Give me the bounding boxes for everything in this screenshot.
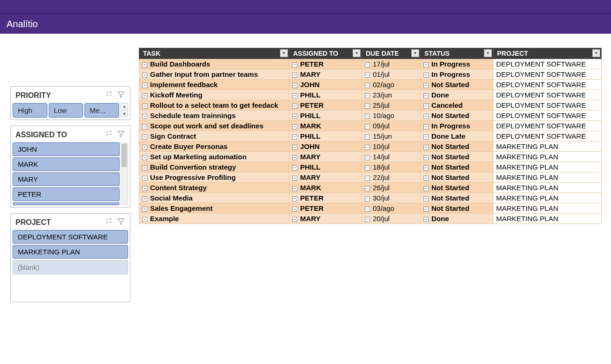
clear-filter-icon[interactable] [117, 217, 125, 227]
collapse-icon[interactable]: − [365, 165, 370, 171]
cell-project[interactable]: MARKETING PLAN [493, 203, 602, 214]
collapse-icon[interactable]: − [292, 104, 297, 109]
collapse-icon[interactable]: − [142, 145, 147, 150]
assigned-option-john[interactable]: JOHN [13, 142, 120, 156]
cell-task[interactable]: −Build Dashboards [139, 59, 289, 69]
collapse-icon[interactable]: − [423, 207, 429, 212]
cell-project[interactable]: DEPLOYMENT SOFTWARE [493, 131, 602, 141]
collapse-icon[interactable]: − [292, 176, 297, 181]
project-option-blank[interactable]: (blank) [13, 260, 128, 275]
collapse-icon[interactable]: − [423, 155, 429, 160]
collapse-icon[interactable]: − [423, 145, 429, 150]
cell-project[interactable]: MARKETING PLAN [493, 183, 602, 193]
collapse-icon[interactable]: − [292, 145, 297, 150]
cell-due[interactable]: −20/jul [362, 214, 421, 224]
cell-assigned[interactable]: −PETER [289, 59, 362, 69]
col-header-due[interactable]: DUE DATE▼ [362, 48, 421, 59]
table-row[interactable]: −Set up Marketing automation−MARY−14/jul… [139, 152, 602, 162]
cell-assigned[interactable]: −JOHN [289, 141, 362, 152]
cell-status[interactable]: −Not Started [421, 183, 493, 193]
collapse-icon[interactable]: − [292, 186, 297, 191]
cell-task[interactable]: −Implement feedback [139, 80, 289, 90]
collapse-icon[interactable]: − [292, 155, 297, 160]
table-row[interactable]: −Implement feedback−JOHN−02/ago−Not Star… [139, 80, 602, 90]
collapse-icon[interactable]: − [142, 83, 147, 88]
cell-project[interactable]: DEPLOYMENT SOFTWARE [493, 90, 602, 100]
cell-due[interactable]: −17/jul [362, 59, 421, 69]
filter-dropdown-icon[interactable]: ▼ [484, 49, 492, 57]
cell-assigned[interactable]: −PETER [289, 193, 362, 203]
collapse-icon[interactable]: − [365, 155, 370, 160]
cell-task[interactable]: −Kickoff Meeting [139, 90, 289, 100]
cell-assigned[interactable]: −PETER [289, 100, 362, 111]
cell-task[interactable]: −Gather Input from partner teams [139, 69, 289, 80]
cell-task[interactable]: −Schedule team trainnings [139, 111, 289, 121]
cell-project[interactable]: DEPLOYMENT SOFTWARE [493, 100, 602, 111]
table-row[interactable]: −Social Media−PETER−30/jul−Not StartedMA… [139, 193, 602, 203]
clear-filter-icon[interactable] [117, 130, 125, 140]
collapse-icon[interactable]: − [423, 196, 429, 201]
table-row[interactable]: −Use Progressive Profiling−MARY−22/jul−N… [139, 172, 602, 183]
multiselect-icon[interactable] [105, 90, 113, 100]
cell-due[interactable]: −22/jul [362, 172, 421, 183]
cell-project[interactable]: DEPLOYMENT SOFTWARE [493, 80, 602, 90]
assigned-option-mary[interactable]: MARY [13, 172, 120, 186]
collapse-icon[interactable]: − [142, 104, 147, 109]
cell-due[interactable]: −09/jul [362, 121, 421, 131]
cell-task[interactable]: −Build Convertion strategy [139, 162, 289, 172]
collapse-icon[interactable]: − [365, 114, 370, 119]
cell-assigned[interactable]: −PHILL [289, 162, 362, 172]
filter-dropdown-icon[interactable]: ▼ [411, 49, 419, 57]
cell-due[interactable]: −15/jun [362, 131, 421, 141]
cell-task[interactable]: −Rollout to a select team to get feedack [139, 100, 289, 111]
col-header-project[interactable]: PROJECT▼ [493, 48, 602, 59]
cell-project[interactable]: DEPLOYMENT SOFTWARE [493, 59, 602, 69]
assigned-option-peter[interactable]: PETER [13, 187, 120, 201]
collapse-icon[interactable]: − [292, 83, 297, 88]
assigned-option-phill[interactable]: PHILL [13, 202, 120, 205]
cell-project[interactable]: DEPLOYMENT SOFTWARE [493, 69, 602, 80]
multiselect-icon[interactable] [105, 130, 113, 140]
collapse-icon[interactable]: − [142, 196, 147, 201]
table-row[interactable]: −Sign Contract−PHILL−15/jun−Done LateDEP… [139, 131, 602, 141]
cell-task[interactable]: −Set up Marketing automation [139, 152, 289, 162]
collapse-icon[interactable]: − [142, 165, 147, 171]
filter-dropdown-icon[interactable]: ▼ [280, 49, 288, 57]
cell-due[interactable]: −26/jul [362, 183, 421, 193]
cell-due[interactable]: −02/ago [362, 80, 421, 90]
cell-project[interactable]: MARKETING PLAN [493, 152, 602, 162]
cell-status[interactable]: −Not Started [421, 80, 493, 90]
collapse-icon[interactable]: − [423, 62, 429, 67]
cell-status[interactable]: −Done [421, 214, 493, 224]
cell-assigned[interactable]: −MARY [289, 172, 362, 183]
collapse-icon[interactable]: − [365, 196, 370, 201]
collapse-icon[interactable]: − [292, 134, 297, 140]
table-row[interactable]: −Gather Input from partner teams−MARY−01… [139, 69, 602, 80]
collapse-icon[interactable]: − [142, 134, 147, 140]
cell-assigned[interactable]: −JOHN [289, 80, 362, 90]
project-option-marketing[interactable]: MARKETING PLAN [13, 245, 128, 259]
cell-status[interactable]: −Not Started [421, 152, 493, 162]
cell-assigned[interactable]: −MARK [289, 183, 362, 193]
collapse-icon[interactable]: − [292, 93, 297, 98]
cell-status[interactable]: −In Progress [421, 121, 493, 131]
cell-task[interactable]: −Social Media [139, 193, 289, 203]
cell-task[interactable]: −Scope out work and set deadlines [139, 121, 289, 131]
cell-task[interactable]: −Sales Engagement [139, 203, 289, 214]
cell-due[interactable]: −30/jul [362, 193, 421, 203]
collapse-icon[interactable]: − [292, 196, 297, 201]
table-row[interactable]: −Example−MARY−20/jul−DoneMARKETING PLAN [139, 214, 602, 224]
collapse-icon[interactable]: − [423, 217, 429, 222]
collapse-icon[interactable]: − [423, 134, 429, 140]
table-row[interactable]: −Build Convertion strategy−PHILL−18/jul−… [139, 162, 602, 172]
cell-project[interactable]: MARKETING PLAN [493, 214, 602, 224]
table-row[interactable]: −Sales Engagement−PETER−03/ago−Not Start… [139, 203, 602, 214]
collapse-icon[interactable]: − [423, 73, 429, 78]
cell-status[interactable]: −Not Started [421, 162, 493, 172]
collapse-icon[interactable]: − [142, 217, 147, 222]
cell-task[interactable]: −Content Strategy [139, 183, 289, 193]
collapse-icon[interactable]: − [292, 114, 297, 119]
collapse-icon[interactable]: − [423, 93, 429, 98]
cell-assigned[interactable]: −PHILL [289, 90, 362, 100]
collapse-icon[interactable]: − [423, 124, 429, 129]
